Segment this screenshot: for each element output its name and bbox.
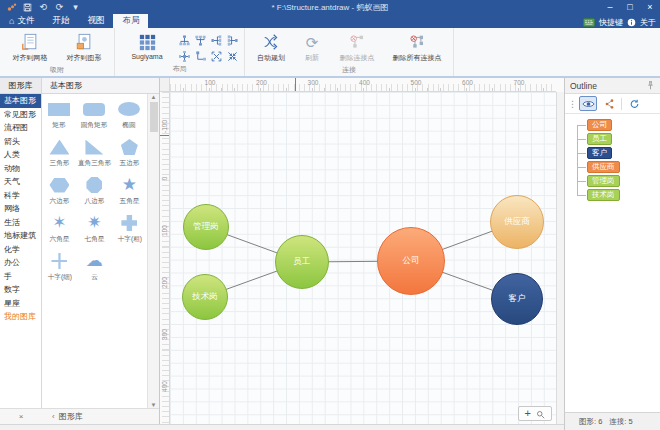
- shape-item-star5[interactable]: ★五角星: [112, 174, 147, 212]
- redo-button[interactable]: ⟳: [54, 2, 65, 13]
- diagram-node[interactable]: 公司: [377, 227, 445, 295]
- close-library-button[interactable]: ×: [0, 412, 42, 421]
- outline-badge[interactable]: 技术岗: [587, 189, 620, 201]
- library-category[interactable]: 天气: [0, 175, 41, 189]
- shape-item-cross-thin[interactable]: 十字(细): [42, 250, 77, 288]
- magnifier-icon[interactable]: [536, 405, 545, 423]
- library-category[interactable]: 生活: [0, 216, 41, 230]
- diagram-node[interactable]: 客户: [491, 273, 543, 325]
- library-category[interactable]: 箭头: [0, 135, 41, 149]
- outline-item[interactable]: 供应商: [573, 160, 660, 174]
- scrollbar-thumb[interactable]: [150, 102, 158, 132]
- shape-item-triangle[interactable]: 三角形: [42, 136, 77, 174]
- tab-file[interactable]: ⌂文件: [0, 14, 43, 28]
- outline-badge[interactable]: 供应商: [587, 161, 620, 173]
- outline-item[interactable]: 管理岗: [573, 174, 660, 188]
- shape-item-star6[interactable]: ✶六角星: [42, 212, 77, 250]
- diagram-node[interactable]: 员工: [275, 235, 329, 289]
- align-to-shape-button[interactable]: 对齐到图形: [58, 30, 110, 65]
- shape-label: 五边形: [119, 158, 139, 168]
- tab-view[interactable]: 视图: [78, 14, 113, 28]
- visibility-toggle-button[interactable]: [579, 96, 597, 111]
- refresh-outline-button[interactable]: [625, 96, 643, 111]
- diagram-canvas[interactable]: 管理岗技术岗员工公司供应商客户: [170, 92, 556, 424]
- diagram-node[interactable]: 管理岗: [183, 204, 229, 250]
- align-to-grid-button[interactable]: 对齐到网格: [4, 30, 56, 65]
- library-category[interactable]: 网络: [0, 202, 41, 216]
- library-scrollbar[interactable]: ▲ ▼: [147, 94, 159, 408]
- library-category[interactable]: 我的图库: [0, 310, 41, 324]
- shape-item-ellipse[interactable]: 椭圆: [112, 98, 147, 136]
- layout-radial-button[interactable]: [177, 49, 192, 64]
- window-title: * F:\Structure.antdraw - 蚂蚁画图: [0, 2, 660, 13]
- refresh-button[interactable]: ⟳ 刷新: [295, 30, 329, 65]
- layout-org-corner-button[interactable]: [193, 49, 208, 64]
- scroll-up-icon[interactable]: ▲: [151, 94, 157, 100]
- maximize-button[interactable]: □: [620, 0, 640, 14]
- shape-item-cross-thick[interactable]: 十字(粗): [112, 212, 147, 250]
- pin-icon[interactable]: [646, 81, 655, 90]
- library-category[interactable]: 常见图形: [0, 108, 41, 122]
- library-tab-header[interactable]: 图形库: [0, 78, 42, 93]
- shape-item-hexagon[interactable]: 六边形: [42, 174, 77, 212]
- layout-tree-up-button[interactable]: [177, 33, 192, 48]
- outline-badge[interactable]: 客户: [587, 147, 612, 159]
- library-category[interactable]: 化学: [0, 243, 41, 257]
- library-category[interactable]: 动物: [0, 162, 41, 176]
- outline-item[interactable]: 技术岗: [573, 188, 660, 202]
- shape-item-rect[interactable]: 矩形: [42, 98, 77, 136]
- library-category[interactable]: 星座: [0, 297, 41, 311]
- layout-tree-right-button[interactable]: [225, 33, 240, 48]
- library-category[interactable]: 办公: [0, 256, 41, 270]
- outline-badge[interactable]: 员工: [587, 133, 612, 145]
- shortcut-keys-button[interactable]: 快捷键: [599, 17, 623, 28]
- shape-item-pentagon[interactable]: 五边形: [112, 136, 147, 174]
- library-shapes-grid: 矩形圆角矩形椭圆三角形直角三角形五边形六边形八边形★五角星✶六角星✷七角星十字(…: [42, 94, 147, 408]
- outline-item[interactable]: 员工: [573, 132, 660, 146]
- shape-item-cloud[interactable]: ☁云: [77, 250, 112, 288]
- tab-start[interactable]: 开始: [43, 14, 78, 28]
- shape-item-star7[interactable]: ✷七角星: [77, 212, 112, 250]
- diagram-node[interactable]: 技术岗: [182, 274, 228, 320]
- close-button[interactable]: ×: [640, 0, 660, 14]
- shape-item-octagon[interactable]: 八边形: [77, 174, 112, 212]
- outline-item[interactable]: 客户: [573, 146, 660, 160]
- shape-item-round-rect[interactable]: 圆角矩形: [77, 98, 112, 136]
- collapse-library-button[interactable]: ‹: [52, 412, 55, 421]
- library-category[interactable]: 基本图形: [0, 94, 41, 108]
- shape-item-right-triangle[interactable]: 直角三角形: [77, 136, 112, 174]
- layout-tree-left-button[interactable]: [209, 33, 224, 48]
- canvas-vertical-scrollbar[interactable]: [556, 92, 564, 424]
- app-logo-icon: [6, 2, 17, 13]
- tab-layout[interactable]: 布局: [113, 14, 148, 28]
- layout-tree-down-button[interactable]: [193, 33, 208, 48]
- undo-button[interactable]: ⟲: [38, 2, 49, 13]
- library-category[interactable]: 手: [0, 270, 41, 284]
- minimize-button[interactable]: –: [600, 0, 620, 14]
- auto-route-button[interactable]: 自动规划: [249, 30, 293, 65]
- outline-drag-handle[interactable]: ⋮: [568, 99, 576, 109]
- save-button[interactable]: [22, 2, 33, 13]
- layout-expand-button[interactable]: [209, 49, 224, 64]
- library-categories: 基本图形常见图形流程图箭头人类动物天气科学网络生活地标建筑化学办公手数字星座我的…: [0, 94, 42, 408]
- delete-all-connection-points-button[interactable]: 删除所有连接点: [385, 30, 449, 65]
- library-category[interactable]: 科学: [0, 189, 41, 203]
- quick-access-toolbar: ⟲ ⟳ ▾: [0, 2, 87, 13]
- layout-compact-button[interactable]: [225, 49, 240, 64]
- quickaccess-more-button[interactable]: ▾: [70, 2, 81, 13]
- outline-badge[interactable]: 管理岗: [587, 175, 620, 187]
- outline-item[interactable]: 公司: [573, 118, 660, 132]
- library-category[interactable]: 地标建筑: [0, 229, 41, 243]
- library-category[interactable]: 数字: [0, 283, 41, 297]
- delete-connection-point-button[interactable]: 删除连接点: [331, 30, 383, 65]
- outline-badge[interactable]: 公司: [587, 119, 612, 131]
- relation-view-button[interactable]: [600, 96, 618, 111]
- about-button[interactable]: 关于: [640, 17, 656, 28]
- library-category[interactable]: 人类: [0, 148, 41, 162]
- zoom-in-button[interactable]: +: [525, 408, 531, 419]
- sugiyama-button[interactable]: Sugiyama: [119, 30, 175, 62]
- vruler-cursor-marker: [160, 135, 169, 136]
- diagram-node[interactable]: 供应商: [490, 195, 544, 249]
- library-footer-label: 图形库: [59, 411, 83, 422]
- library-category[interactable]: 流程图: [0, 121, 41, 135]
